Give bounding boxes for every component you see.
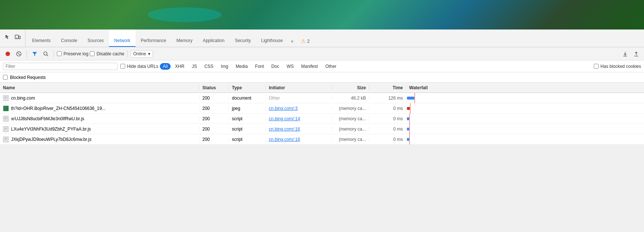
table-row[interactable]: xrUJJ8sN8ucbiFbMJle3n0IfRwU.br.js 200 sc… (0, 114, 644, 124)
record-button[interactable] (3, 49, 13, 59)
col-header-waterfall[interactable]: Waterfall (406, 85, 644, 90)
disable-cache-checkbox-label[interactable]: Disable cache (90, 51, 124, 56)
tab-lighthouse[interactable]: Lighthouse (256, 30, 288, 47)
initiator-link[interactable]: cn.bing.com/:14 (269, 116, 300, 121)
toolbar-separator-2 (54, 50, 54, 58)
blocked-requests-checkbox[interactable] (3, 75, 8, 80)
cell-name: th?id=OHR.BojoRiver_ZH-CN5454106636_19..… (0, 105, 199, 111)
table-header: Name Status Type Initiator Size Time Wat… (0, 83, 644, 93)
hero-background (0, 0, 644, 30)
tab-network[interactable]: Network (109, 30, 136, 47)
preserve-log-checkbox-label[interactable]: Preserve log (57, 51, 88, 56)
svg-rect-22 (4, 137, 8, 142)
table-row[interactable]: th?id=OHR.BojoRiver_ZH-CN5454106636_19..… (0, 103, 644, 114)
cell-status: 200 (199, 116, 229, 121)
svg-line-7 (47, 55, 48, 56)
filter-btn-font[interactable]: Font (252, 63, 267, 70)
hide-data-urls-checkbox[interactable] (120, 64, 125, 69)
filter-btn-xhr[interactable]: XHR (172, 63, 187, 70)
col-header-status[interactable]: Status (199, 85, 229, 90)
waterfall-red-line (409, 124, 410, 134)
devtools-icons (1, 30, 25, 47)
waterfall-bar (407, 97, 414, 100)
col-header-time[interactable]: Time (369, 85, 406, 90)
cell-status: 200 (199, 137, 229, 142)
tab-memory[interactable]: Memory (171, 30, 198, 47)
tab-security[interactable]: Security (230, 30, 256, 47)
cell-type: script (229, 116, 266, 121)
filter-btn-manifest[interactable]: Manifest (298, 63, 321, 70)
table-row[interactable]: LXu4eYVt3NhFk3Ud9ZbhZ_PYFaA.br.js 200 sc… (0, 124, 644, 134)
table-row[interactable]: JXkjDPywJD9oeuWPLy7bD8Jc6mw.br.js 200 sc… (0, 134, 644, 145)
clear-button[interactable] (14, 49, 24, 59)
disable-cache-checkbox[interactable] (90, 51, 95, 56)
initiator-link[interactable]: cn.bing.com/:16 (269, 127, 300, 132)
tab-overflow-button[interactable]: » (288, 37, 297, 47)
file-icon-img (3, 105, 9, 111)
filter-toggle-button[interactable] (30, 49, 40, 59)
svg-point-3 (6, 52, 10, 56)
filter-btn-media[interactable]: Media (233, 63, 251, 70)
filter-input[interactable] (6, 64, 115, 69)
warning-icon: ⚠ (301, 38, 306, 44)
col-header-name[interactable]: Name (0, 85, 199, 90)
table-row[interactable]: cn.bing.com 200 document Other 46.2 kB 1… (0, 93, 644, 103)
device-mode-icon[interactable] (13, 32, 22, 41)
cell-size: (memory ca... (332, 127, 369, 132)
svg-line-5 (18, 53, 20, 55)
cell-time: 0 ms (369, 127, 406, 132)
waterfall-red-line (409, 114, 410, 124)
filter-btn-css[interactable]: CSS (201, 63, 216, 70)
cell-name: JXkjDPywJD9oeuWPLy7bD8Jc6mw.br.js (0, 136, 199, 142)
col-header-size[interactable]: Size (332, 85, 369, 90)
filter-btn-img[interactable]: Img (218, 63, 231, 70)
tab-elements[interactable]: Elements (27, 30, 56, 47)
waterfall-bar (407, 107, 410, 110)
col-header-type[interactable]: Type (229, 85, 266, 90)
search-button[interactable] (41, 49, 51, 59)
has-blocked-cookies-label[interactable]: Has blocked cookies (594, 64, 641, 69)
svg-rect-14 (4, 117, 8, 121)
cell-time: 0 ms (369, 137, 406, 142)
cell-name: LXu4eYVt3NhFk3Ud9ZbhZ_PYFaA.br.js (0, 126, 199, 132)
tab-performance[interactable]: Performance (136, 30, 171, 47)
export-har-button[interactable] (631, 49, 641, 59)
waterfall-red-line (410, 103, 411, 114)
filter-btn-ws[interactable]: WS (284, 63, 297, 70)
filter-btn-all[interactable]: All (160, 63, 171, 70)
filter-btn-other[interactable]: Other (322, 63, 339, 70)
warning-badge[interactable]: ⚠ 2 (298, 38, 313, 47)
tab-application[interactable]: Application (198, 30, 230, 47)
initiator-link[interactable]: cn.bing.com/:16 (269, 137, 300, 142)
col-header-initiator[interactable]: Initiator (266, 85, 332, 90)
network-toolbar: Preserve log Disable cache Online ▾ (0, 47, 644, 60)
blocked-requests-label: Blocked Requests (10, 75, 46, 80)
tab-console[interactable]: Console (56, 30, 82, 47)
cell-waterfall (406, 114, 644, 124)
cursor-icon[interactable] (3, 32, 12, 41)
hide-data-urls-checkbox-label[interactable]: Hide data URLs (120, 64, 158, 69)
toolbar-separator-1 (27, 50, 27, 58)
cell-initiator: cn.bing.com/:16 (266, 127, 332, 132)
file-name: LXu4eYVt3NhFk3Ud9ZbhZ_PYFaA.br.js (11, 127, 91, 132)
file-name: th?id=OHR.BojoRiver_ZH-CN5454106636_19..… (11, 106, 106, 111)
svg-rect-18 (4, 127, 8, 131)
cell-size: (memory ca... (332, 106, 369, 111)
tab-sources[interactable]: Sources (82, 30, 109, 47)
file-icon-doc (3, 136, 9, 142)
cell-initiator: cn.bing.com/:14 (266, 116, 332, 121)
cell-waterfall (406, 134, 644, 145)
filter-btn-doc[interactable]: Doc (268, 63, 282, 70)
cell-type: script (229, 127, 266, 132)
filter-btn-js[interactable]: JS (189, 63, 200, 70)
toolbar-separator-3 (127, 50, 128, 58)
cell-name: xrUJJ8sN8ucbiFbMJle3n0IfRwU.br.js (0, 116, 199, 122)
has-blocked-cookies-checkbox[interactable] (594, 64, 599, 69)
waterfall-red-line (409, 134, 410, 145)
initiator-link[interactable]: cn.bing.com/:3 (269, 106, 298, 111)
file-icon-doc (3, 126, 9, 132)
throttle-select[interactable]: Online ▾ (131, 50, 153, 58)
preserve-log-checkbox[interactable] (57, 51, 62, 56)
warning-count: 2 (307, 39, 310, 44)
import-har-button[interactable] (620, 49, 630, 59)
